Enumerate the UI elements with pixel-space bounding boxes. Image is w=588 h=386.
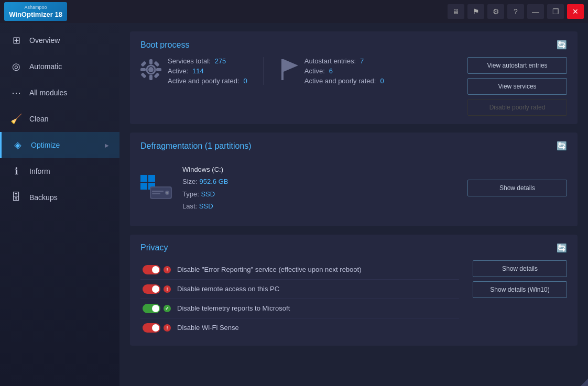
autostart-entries-label: Autostart entries: [304,57,356,65]
sidebar: ⊞ Overview ◎ Automatic ⋯ All modules 🧹 C… [0,23,119,386]
sidebar-label-inform: Inform [29,167,50,175]
services-active-row: Active: 114 [168,67,247,75]
defrag-show-details-button[interactable]: Show details [467,180,567,196]
privacy-header: Privacy 🔄 [140,243,567,253]
services-active-label: Active: [168,67,188,75]
svg-rect-8 [154,72,159,78]
main-layout: ⊞ Overview ◎ Automatic ⋯ All modules 🧹 C… [0,23,588,386]
boot-process-header: Boot process 🔄 [140,40,567,50]
svg-rect-20 [152,191,164,192]
services-poorly-row: Active and poorly rated: 0 [168,77,247,85]
sidebar-item-backups[interactable]: 🗄 Backups [0,184,119,210]
telemetry-toggle[interactable] [143,304,160,313]
autostart-poorly-label: Active and poorly rated: [304,77,376,85]
monitor-button[interactable]: 🖥 [448,4,464,19]
privacy-item-remote-access: ! Disable remote access on this PC [140,280,459,299]
telemetry-toggle-wrap: ✓ [143,304,171,313]
privacy-item-wifi-sense: ! Disable Wi-Fi Sense [140,318,459,337]
defrag-refresh-icon[interactable]: 🔄 [557,141,567,151]
services-stat-block: Services total: 275 Active: 114 Active a… [140,57,247,85]
autostart-active-label: Active: [304,67,325,75]
boot-refresh-icon[interactable]: 🔄 [557,40,567,50]
svg-marker-11 [284,59,298,72]
boot-process-title: Boot process [140,40,189,50]
wifi-sense-toggle[interactable] [143,323,160,333]
autostart-entries-row: Autostart entries: 7 [304,57,384,65]
defrag-header: Defragmentation (1 partitions) 🔄 [140,141,567,151]
all-modules-icon: ⋯ [10,87,22,98]
autostart-active-val: 6 [329,67,333,75]
logo-box: Ashampoo WinOptimizer 18 [4,2,67,21]
maximize-button[interactable]: ❐ [547,4,564,19]
svg-rect-13 [148,175,155,182]
sidebar-label-all-modules: All modules [29,89,67,97]
boot-buttons: View autostart entries View services Dis… [467,57,567,116]
overview-icon: ⊞ [10,35,22,46]
view-autostart-button[interactable]: View autostart entries [467,57,567,74]
window-controls: 🖥 ⚑ ⚙ ? — ❐ ✕ [448,4,584,19]
wifi-sense-text: Disable Wi-Fi Sense [177,324,457,332]
autostart-active-row: Active: 6 [304,67,384,75]
svg-rect-14 [140,183,147,190]
error-reporting-toggle[interactable] [143,265,160,274]
privacy-title: Privacy [140,243,168,252]
view-services-button[interactable]: View services [467,78,567,95]
svg-point-9 [148,67,154,72]
privacy-show-details-button[interactable]: Show details [473,260,567,277]
titlebar: Ashampoo WinOptimizer 18 🖥 ⚑ ⚙ ? — ❐ ✕ [0,0,588,23]
svg-rect-4 [156,68,161,71]
sidebar-item-overview[interactable]: ⊞ Overview [0,27,119,53]
privacy-section: Privacy 🔄 ! Disable "Error Reporting" se… [130,235,578,346]
autostart-entries-val: 7 [360,57,364,65]
help-button[interactable]: ? [507,4,524,19]
hdd-icon [150,184,172,201]
inform-icon: ℹ [10,166,22,177]
settings-button[interactable]: ⚙ [487,4,504,19]
drive-size-row: Size: 952.6 GB [182,175,228,188]
stat-divider [263,57,264,85]
svg-rect-12 [140,175,147,182]
services-active-val: 114 [192,67,204,75]
defragmentation-section: Defragmentation (1 partitions) 🔄 [130,133,578,226]
minimize-button[interactable]: — [527,4,544,19]
services-total-val: 275 [215,57,226,65]
content-area: Boot process 🔄 [119,23,588,386]
drive-info: Windows (C:) Size: 952.6 GB Type: SSD La… [140,163,228,213]
drive-type-row: Type: SSD [182,188,228,200]
svg-rect-3 [140,68,146,71]
defrag-title: Defragmentation (1 partitions) [140,141,252,151]
flag-button[interactable]: ⚑ [467,4,484,19]
privacy-refresh-icon[interactable]: 🔄 [557,243,567,253]
sidebar-item-optimize[interactable]: ◈ Optimize ▶ [0,132,119,158]
sidebar-item-clean[interactable]: 🧹 Clean [0,106,119,132]
privacy-content: ! Disable "Error Reporting" service (eff… [140,260,567,337]
defrag-content: Windows (C:) Size: 952.6 GB Type: SSD La… [140,158,567,218]
sidebar-item-automatic[interactable]: ◎ Automatic [0,53,119,80]
svg-rect-10 [281,59,284,80]
optimize-arrow-icon: ▶ [105,142,109,148]
autostart-poorly-val: 0 [380,77,384,85]
services-gear-icon [140,59,161,84]
services-poorly-label: Active and poorly rated: [168,77,239,85]
privacy-show-details-win10-button[interactable]: Show details (Win10) [473,281,567,298]
error-reporting-toggle-wrap: ! [143,265,171,274]
sidebar-label-automatic: Automatic [29,62,62,71]
services-stats: Services total: 275 Active: 114 Active a… [168,57,247,85]
close-button[interactable]: ✕ [567,4,584,19]
boot-stats: Services total: 275 Active: 114 Active a… [140,57,457,85]
svg-rect-5 [140,61,146,67]
sidebar-item-inform[interactable]: ℹ Inform [0,158,119,184]
disable-poorly-button[interactable]: Disable poorly rated [467,99,567,116]
wifi-sense-warning-icon: ! [164,324,171,332]
svg-rect-1 [149,59,153,64]
error-reporting-warning-icon: ! [164,266,171,273]
svg-rect-21 [152,193,160,194]
autostart-stat-block: Autostart entries: 7 Active: 6 Active an… [279,57,384,85]
automatic-icon: ◎ [10,61,22,72]
sidebar-label-optimize: Optimize [31,141,60,149]
sidebar-item-all-modules[interactable]: ⋯ All modules [0,80,119,106]
drive-last-row: Last: SSD [182,200,228,212]
autostart-poorly-row: Active and poorly rated: 0 [304,77,384,85]
remote-access-toggle[interactable] [143,284,160,294]
optimize-icon: ◈ [12,139,24,151]
